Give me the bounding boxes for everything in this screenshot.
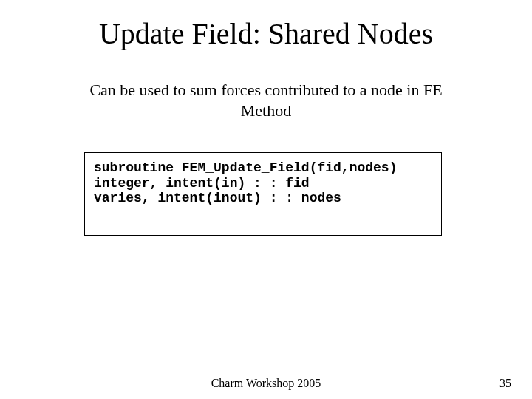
- slide: Update Field: Shared Nodes Can be used t…: [0, 0, 532, 399]
- code-line-2: integer, intent(in) : : fid: [94, 176, 310, 191]
- page-number: 35: [499, 377, 511, 390]
- code-line-3: varies, intent(inout) : : nodes: [94, 191, 341, 205]
- footer-center: Charm Workshop 2005: [0, 377, 532, 390]
- slide-title: Update Field: Shared Nodes: [0, 16, 532, 51]
- code-line-1: subroutine FEM_Update_Field(fid,nodes): [94, 160, 397, 175]
- slide-description: Can be used to sum forces contributed to…: [0, 80, 532, 120]
- code-box: subroutine FEM_Update_Field(fid,nodes) i…: [84, 152, 442, 236]
